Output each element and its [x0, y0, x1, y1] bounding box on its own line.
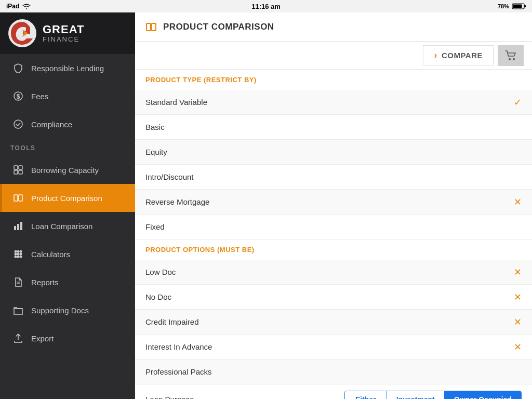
svg-rect-28 — [152, 23, 156, 31]
filter-intro-discount[interactable]: Intro/Discount — [135, 165, 532, 190]
filter-label-professional-packs: Professional Packs — [145, 367, 522, 376]
content-area: PRODUCT TYPE (RESTRICT BY) Standard Vari… — [135, 70, 532, 399]
x-icon-credit-impaired: ✕ — [514, 316, 522, 328]
bar-chart-icon — [12, 220, 24, 232]
shield-icon — [12, 62, 24, 74]
logo-finance: FINANCE — [43, 35, 84, 43]
svg-rect-1 — [524, 5, 526, 7]
filter-label-reverse-mortgage: Reverse Mortgage — [145, 197, 514, 206]
svg-point-22 — [15, 256, 17, 258]
product-options-header: PRODUCT OPTIONS (MUST BE) — [135, 240, 532, 260]
svg-rect-12 — [19, 195, 22, 201]
x-icon-no-doc: ✕ — [514, 291, 522, 303]
upload-icon — [12, 332, 24, 344]
svg-point-19 — [15, 253, 17, 256]
filter-reverse-mortgage[interactable]: Reverse Mortgage ✕ — [135, 190, 532, 215]
filter-low-doc[interactable]: Low Doc ✕ — [135, 260, 532, 285]
sidebar: GREAT FINANCE Responsible Lending $ — [0, 12, 135, 399]
compare-bar: › COMPARE — [135, 42, 532, 70]
sidebar-nav: Responsible Lending $ Fees — [0, 54, 135, 399]
svg-rect-10 — [19, 170, 22, 174]
sidebar-item-loan-comparison[interactable]: Loan Comparison — [0, 212, 135, 240]
filter-credit-impaired[interactable]: Credit Impaired ✕ — [135, 310, 532, 335]
sidebar-label-calculators: Calculators — [31, 250, 70, 259]
check-icon-standard-variable: ✓ — [514, 97, 522, 108]
svg-text:$: $ — [17, 93, 20, 100]
svg-rect-7 — [14, 166, 18, 169]
sidebar-label-export: Export — [31, 334, 54, 343]
sidebar-label-product-comparison: Product Comparison — [31, 194, 102, 203]
check-circle-icon — [12, 118, 24, 130]
svg-point-18 — [20, 250, 22, 253]
filter-label-credit-impaired: Credit Impaired — [145, 317, 514, 326]
sidebar-label-fees: Fees — [31, 92, 48, 101]
sidebar-item-responsible-lending[interactable]: Responsible Lending — [0, 54, 135, 82]
x-icon-low-doc: ✕ — [514, 267, 522, 278]
dollar-icon: $ — [12, 90, 24, 102]
sidebar-label-loan-comparison: Loan Comparison — [31, 222, 92, 231]
svg-point-20 — [17, 253, 20, 256]
filter-professional-packs[interactable]: Professional Packs — [135, 360, 532, 384]
sidebar-label-reports: Reports — [31, 278, 59, 287]
page-header: PRODUCT COMPARISON — [135, 12, 532, 42]
filter-interest-in-advance[interactable]: Interest In Advance ✕ — [135, 335, 532, 360]
loan-purpose-either[interactable]: Either — [345, 391, 387, 400]
loan-purpose-investment[interactable]: Investment — [387, 391, 444, 400]
sidebar-label-compliance: Compliance — [31, 120, 72, 129]
wifi-icon — [22, 3, 31, 9]
sidebar-label-responsible-lending: Responsible Lending — [31, 64, 104, 73]
folder-icon — [12, 304, 24, 316]
svg-rect-15 — [20, 222, 22, 230]
sidebar-item-reports[interactable]: Reports — [0, 268, 135, 296]
compare-arrow-icon: › — [434, 50, 437, 61]
apps-icon — [12, 248, 24, 260]
filter-standard-variable[interactable]: Standard Variable ✓ — [135, 90, 532, 115]
page-header-icon — [145, 21, 157, 33]
filter-no-doc[interactable]: No Doc ✕ — [135, 285, 532, 310]
svg-point-16 — [15, 250, 17, 253]
cart-button[interactable] — [498, 45, 524, 66]
sidebar-item-fees[interactable]: $ Fees — [0, 82, 135, 110]
logo-area: GREAT FINANCE — [0, 12, 135, 54]
battery-icon — [512, 3, 526, 9]
filter-label-interest-in-advance: Interest In Advance — [145, 342, 514, 351]
status-time: 11:16 am — [251, 3, 281, 10]
x-icon-reverse-mortgage: ✕ — [514, 196, 522, 208]
x-icon-interest-in-advance: ✕ — [514, 341, 522, 353]
sidebar-item-product-comparison[interactable]: Product Comparison — [0, 184, 135, 212]
svg-point-6 — [14, 120, 22, 128]
svg-point-23 — [17, 256, 20, 258]
filter-fixed[interactable]: Fixed — [135, 215, 532, 240]
compare-icon — [12, 192, 24, 204]
filter-label-loan-purpose: Loan Purpose — [145, 395, 344, 399]
loan-purpose-btn-group: Either Investment Owner Occupied — [344, 391, 522, 400]
svg-rect-13 — [14, 226, 16, 230]
filter-label-intro-discount: Intro/Discount — [145, 172, 522, 181]
loan-purpose-owner-occupied[interactable]: Owner Occupied — [444, 391, 521, 400]
compare-button[interactable]: › COMPARE — [423, 45, 494, 65]
sidebar-item-export[interactable]: Export — [0, 324, 135, 352]
document-icon — [12, 276, 24, 288]
product-type-header: PRODUCT TYPE (RESTRICT BY) — [135, 70, 532, 90]
filter-label-basic: Basic — [145, 123, 522, 131]
svg-rect-14 — [17, 224, 19, 230]
svg-point-17 — [17, 250, 20, 253]
main-content: PRODUCT COMPARISON › COMPARE PRODUCT TYP… — [135, 12, 532, 399]
filter-label-equity: Equity — [145, 148, 522, 156]
sidebar-item-calculators[interactable]: Calculators — [0, 240, 135, 268]
filter-equity[interactable]: Equity — [135, 140, 532, 165]
filter-label-no-doc: No Doc — [145, 292, 514, 301]
sidebar-item-compliance[interactable]: Compliance — [0, 110, 135, 138]
filter-loan-purpose: Loan Purpose Either Investment Owner Occ… — [135, 384, 532, 399]
svg-rect-27 — [147, 23, 151, 31]
status-bar: iPad 11:16 am 78% — [0, 0, 532, 12]
sidebar-label-supporting-docs: Supporting Docs — [31, 306, 89, 315]
grid-icon — [12, 164, 24, 176]
sidebar-item-supporting-docs[interactable]: Supporting Docs — [0, 296, 135, 324]
filter-basic[interactable]: Basic — [135, 115, 532, 140]
svg-point-29 — [509, 58, 511, 60]
svg-rect-11 — [14, 195, 18, 201]
svg-rect-9 — [14, 170, 18, 174]
sidebar-item-borrowing-capacity[interactable]: Borrowing Capacity — [0, 156, 135, 184]
svg-rect-2 — [513, 5, 522, 8]
